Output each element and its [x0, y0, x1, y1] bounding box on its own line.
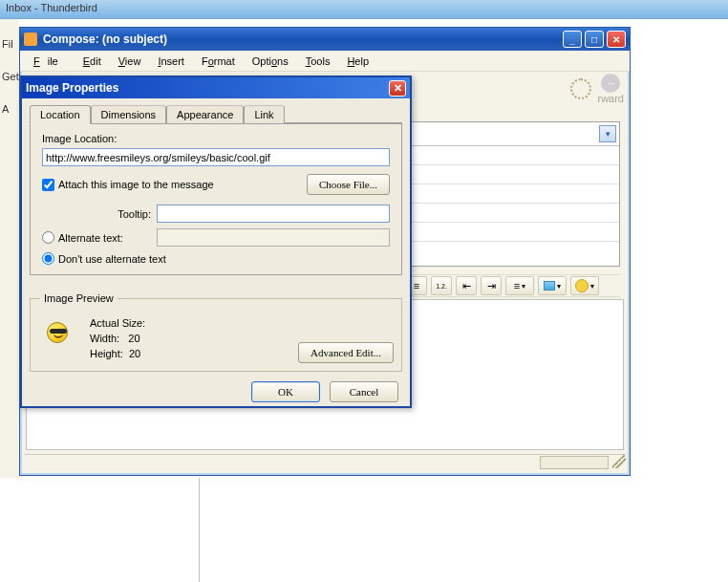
account-dropdown[interactable] — [599, 125, 616, 142]
menu-tools[interactable]: Tools — [298, 54, 338, 69]
menu-view[interactable]: View — [111, 54, 149, 69]
compose-menubar: Filedocument.currentScript.previousSibli… — [20, 51, 630, 72]
tab-location[interactable]: Location — [30, 105, 91, 124]
alternate-text-radio-label[interactable]: Alternate text: — [42, 231, 157, 244]
tab-panel-location: Image Location: Attach this image to the… — [30, 122, 402, 275]
preview-thumbnail — [40, 315, 75, 350]
tooltip-label: Tooltip: — [42, 208, 157, 220]
insert-image-dropdown[interactable]: ▾ — [538, 276, 567, 295]
advanced-edit-button[interactable]: Advanced Edit... — [298, 342, 394, 363]
dialog-close-button[interactable]: ✕ — [389, 80, 406, 97]
compose-title-text: Compose: (no subject) — [43, 32, 167, 46]
alternate-text-radio[interactable] — [42, 231, 54, 244]
cool-smiley-icon — [47, 322, 68, 343]
compose-icon — [24, 32, 37, 46]
smiley-icon — [575, 279, 589, 292]
format-toolbar: ≡ 1.2. ⇤ ⇥ ≡▾ ▾ ▾ — [402, 274, 620, 297]
no-alternate-radio-label[interactable]: Don't use alternate text — [42, 252, 390, 265]
image-properties-dialog: Image Properties ✕ Location Dimensions A… — [20, 75, 412, 408]
dialog-title-text: Image Properties — [26, 81, 118, 95]
preview-legend: Image Preview — [40, 292, 118, 304]
tab-appearance[interactable]: Appearance — [166, 105, 244, 123]
throbber-icon — [570, 78, 591, 99]
image-preview-group: Image Preview Actual Size: Width: 20 Hei… — [30, 292, 402, 372]
ok-button[interactable]: OK — [251, 381, 320, 402]
thunderbird-title: Inbox - Thunderbird — [6, 2, 97, 13]
compose-statusbar — [24, 454, 626, 471]
insert-smiley-dropdown[interactable]: ▾ — [570, 276, 599, 295]
menu-insert[interactable]: Insert — [150, 54, 192, 69]
thunderbird-left-sliver: Fil Get A — [0, 19, 19, 478]
tab-link[interactable]: Link — [244, 105, 284, 123]
tab-dimensions[interactable]: Dimensions — [91, 105, 166, 123]
compose-header-panel — [408, 121, 620, 267]
no-alternate-radio[interactable] — [42, 252, 54, 265]
attach-checkbox[interactable] — [42, 179, 54, 191]
alternate-text-input — [157, 228, 390, 247]
image-location-input[interactable] — [42, 148, 390, 166]
preview-size-info: Actual Size: Width: 20 Height: 20 — [90, 310, 145, 361]
maximize-button[interactable]: □ — [585, 31, 604, 48]
menu-format[interactable]: Format — [194, 54, 243, 69]
choose-file-button[interactable]: Choose File... — [307, 174, 390, 195]
outdent-button[interactable]: ⇤ — [456, 276, 477, 295]
forward-button[interactable]: → rward — [597, 74, 624, 104]
minimize-button[interactable]: _ — [563, 31, 582, 48]
address-grid[interactable] — [409, 145, 619, 266]
number-list-button[interactable]: 1.2. — [431, 276, 452, 295]
resize-grip[interactable] — [612, 455, 626, 468]
close-button[interactable]: ✕ — [607, 31, 626, 48]
pane-divider — [199, 478, 200, 582]
menu-help[interactable]: Help — [339, 54, 376, 69]
menu-options[interactable]: Options — [245, 54, 296, 69]
dialog-titlebar[interactable]: Image Properties ✕ — [22, 77, 410, 98]
menu-edit[interactable]: Edit — [75, 54, 109, 69]
thunderbird-titlebar: Inbox - Thunderbird — [0, 0, 728, 19]
attach-checkbox-label[interactable]: Attach this image to the message — [42, 179, 214, 191]
cancel-button[interactable]: Cancel — [330, 381, 398, 402]
menu-file[interactable]: Filedocument.currentScript.previousSibli… — [26, 54, 74, 69]
actual-size-label: Actual Size: — [90, 315, 145, 331]
compose-titlebar[interactable]: Compose: (no subject) _ □ ✕ — [20, 28, 630, 51]
align-dropdown[interactable]: ≡▾ — [505, 276, 534, 295]
status-progress-box — [540, 456, 609, 469]
image-location-label: Image Location: — [42, 133, 390, 144]
indent-button[interactable]: ⇥ — [481, 276, 502, 295]
dialog-tabs: Location Dimensions Appearance Link — [30, 105, 402, 124]
dialog-footer: OK Cancel — [22, 372, 410, 412]
forward-arrow-icon: → — [601, 74, 620, 93]
tooltip-input[interactable] — [157, 205, 390, 223]
